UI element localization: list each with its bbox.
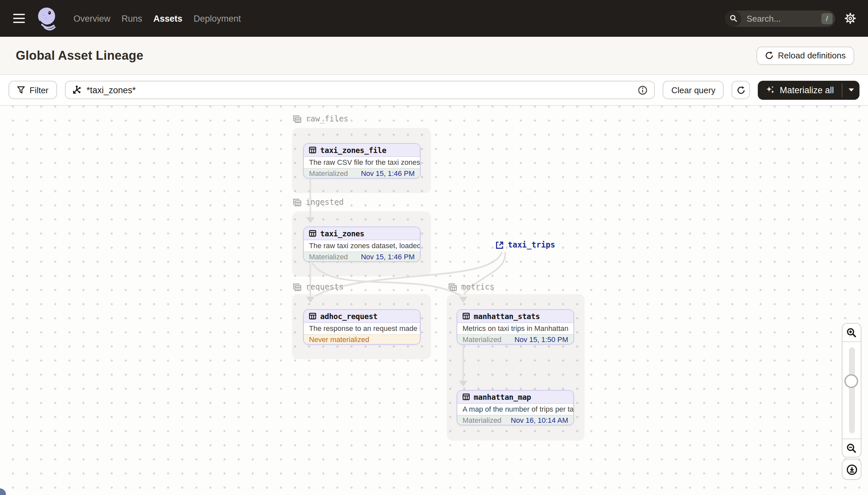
search-input[interactable]: Search... / <box>725 10 835 27</box>
asset-node-manhattan-stats[interactable]: manhattan_stats Metrics on taxi trips in… <box>457 309 574 345</box>
download-view-button[interactable] <box>842 459 862 480</box>
asset-node-adhoc-request[interactable]: adhoc_request The response to an request… <box>303 309 421 345</box>
asset-description: The response to an request made in th... <box>304 323 420 334</box>
query-value: *taxi_zones* <box>87 85 136 95</box>
materialize-all-button[interactable]: Materialize all <box>758 81 842 100</box>
dagster-logo-icon[interactable] <box>34 5 59 32</box>
zoom-in-icon <box>846 327 857 338</box>
asset-node-header: manhattan_map <box>457 391 573 404</box>
asset-node-taxi-zones[interactable]: taxi_zones The raw taxi zones dataset, l… <box>303 226 421 262</box>
asset-node-header: taxi_zones <box>304 227 420 240</box>
status-label: Materialized <box>309 253 348 261</box>
status-label: Materialized <box>309 170 348 177</box>
refresh-icon <box>765 51 773 60</box>
lineage-edges <box>0 106 868 495</box>
table-icon <box>463 393 470 400</box>
group-icon <box>293 198 302 206</box>
zoom-slider-track[interactable] <box>849 347 854 433</box>
search-placeholder: Search... <box>747 14 781 23</box>
asset-status-row: Materialized Nov 16, 10:14 AM <box>457 414 573 425</box>
search-icon <box>725 10 741 27</box>
download-icon <box>846 464 857 475</box>
asset-name: manhattan_stats <box>474 311 540 321</box>
search-shortcut-badge: / <box>821 13 833 24</box>
reload-definitions-button[interactable]: Reload definitions <box>756 46 854 65</box>
table-icon <box>463 312 470 320</box>
settings-gear-icon[interactable] <box>844 13 856 24</box>
status-timestamp[interactable]: Nov 15, 1:50 PM <box>514 336 568 344</box>
info-icon[interactable] <box>638 85 648 95</box>
materialize-options-dropdown[interactable] <box>843 81 860 100</box>
asset-node-header: manhattan_stats <box>457 310 573 323</box>
status-label: Materialized <box>463 416 501 424</box>
zoom-out-icon <box>846 443 857 453</box>
zoom-panel <box>842 323 862 458</box>
asset-status-row: Materialized Nov 15, 1:50 PM <box>457 334 573 345</box>
status-label: Never materialized <box>309 336 369 344</box>
zoom-in-button[interactable] <box>843 324 861 341</box>
group-icon <box>293 283 302 291</box>
hamburger-menu-icon[interactable] <box>11 11 28 25</box>
nav-item-deployment[interactable]: Deployment <box>194 14 241 23</box>
external-link-icon <box>495 241 504 249</box>
app-window: Overview Runs Assets Deployment Search..… <box>0 0 868 495</box>
asset-description: A map of the number of trips per taxi z.… <box>457 404 573 414</box>
op-selector-icon <box>72 85 81 95</box>
page-title: Global Asset Lineage <box>16 48 143 63</box>
group-icon <box>448 283 457 291</box>
main-nav: Overview Runs Assets Deployment <box>73 14 241 23</box>
asset-description: The raw CSV file for the taxi zones dat.… <box>304 157 420 168</box>
zoom-slider-handle[interactable] <box>844 374 858 388</box>
sparkles-icon <box>766 85 775 95</box>
materialize-all-split-button: Materialize all <box>758 81 860 100</box>
lineage-canvas[interactable]: raw_files ingested requests <box>0 106 868 495</box>
asset-name: manhattan_map <box>474 392 531 402</box>
refresh-icon <box>737 86 745 94</box>
refresh-graph-button[interactable] <box>732 81 750 99</box>
asset-node-taxi-zones-file[interactable]: taxi_zones_file The raw CSV file for the… <box>303 143 421 178</box>
asset-selection-input[interactable]: *taxi_zones* <box>65 81 655 99</box>
top-nav-bar: Overview Runs Assets Deployment Search..… <box>0 0 868 37</box>
status-label: Materialized <box>463 336 501 344</box>
lineage-toolbar: Filter *taxi_zones* <box>0 75 868 106</box>
group-label-ingested[interactable]: ingested <box>293 198 344 207</box>
group-icon <box>293 115 302 123</box>
asset-node-header: taxi_zones_file <box>304 144 420 157</box>
asset-name: adhoc_request <box>320 311 377 321</box>
asset-status-row: Materialized Nov 15, 1:46 PM <box>304 251 420 262</box>
table-icon <box>309 230 316 237</box>
group-label-raw-files[interactable]: raw_files <box>293 114 348 123</box>
status-timestamp[interactable]: Nov 15, 1:46 PM <box>361 170 415 177</box>
chevron-down-icon <box>848 88 854 92</box>
asset-description: Metrics on taxi trips in Manhattan <box>457 323 573 334</box>
table-icon <box>309 312 316 320</box>
funnel-icon <box>17 86 25 94</box>
status-timestamp[interactable]: Nov 15, 1:46 PM <box>361 253 415 261</box>
page-header: Global Asset Lineage Reload definitions <box>0 37 868 75</box>
filter-button[interactable]: Filter <box>8 81 57 99</box>
zoom-out-button[interactable] <box>843 439 861 457</box>
group-label-requests[interactable]: requests <box>293 282 344 291</box>
nav-item-runs[interactable]: Runs <box>122 14 142 23</box>
zoom-slider <box>843 341 861 439</box>
external-asset-taxi-trips[interactable]: taxi_trips <box>495 240 555 250</box>
asset-status-row: Never materialized <box>304 334 420 345</box>
nav-item-assets[interactable]: Assets <box>154 14 183 23</box>
group-label-metrics[interactable]: metrics <box>448 282 494 291</box>
nav-item-overview[interactable]: Overview <box>73 14 110 23</box>
clear-query-button[interactable]: Clear query <box>663 81 724 99</box>
asset-name: taxi_zones <box>320 229 365 238</box>
asset-node-header: adhoc_request <box>304 310 420 323</box>
status-timestamp[interactable]: Nov 16, 10:14 AM <box>511 416 568 424</box>
table-icon <box>309 147 316 154</box>
asset-status-row: Materialized Nov 15, 1:46 PM <box>304 168 420 178</box>
asset-node-manhattan-map[interactable]: manhattan_map A map of the number of tri… <box>457 390 574 425</box>
asset-name: taxi_zones_file <box>320 146 386 155</box>
asset-description: The raw taxi zones dataset, loaded int..… <box>304 240 420 251</box>
